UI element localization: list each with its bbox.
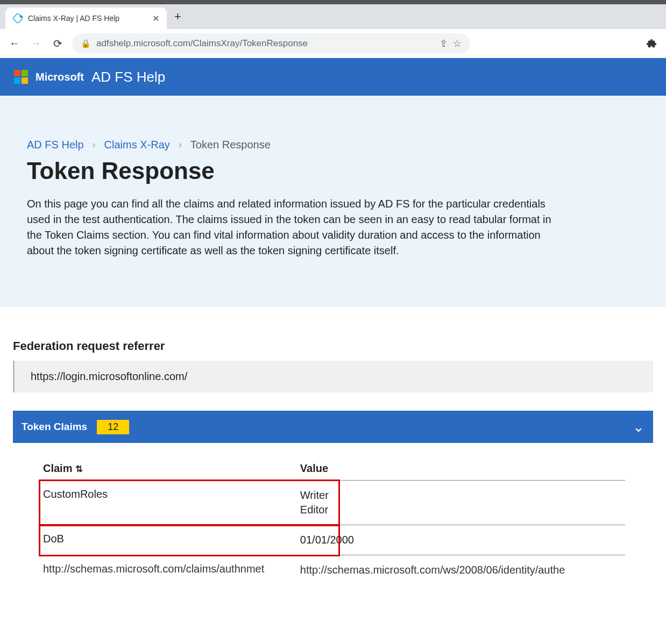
close-tab-icon[interactable]: ✕ — [152, 13, 159, 24]
page-description: On this page you can find all the claims… — [27, 196, 565, 259]
breadcrumb-link-claims-xray[interactable]: Claims X-Ray — [104, 139, 170, 151]
column-header-value[interactable]: Value — [298, 457, 625, 481]
value-cell: 01/01/2000 — [298, 525, 625, 555]
claims-table: Claim⇅ Value CustomRolesWriterEditorDoB0… — [41, 457, 625, 585]
lock-icon: 🔒 — [81, 39, 91, 48]
microsoft-logo-icon — [14, 70, 28, 84]
breadcrumb: AD FS Help › Claims X-Ray › Token Respon… — [27, 139, 639, 151]
table-row: DoB01/01/2000 — [41, 525, 625, 555]
value-cell: http://schemas.microsoft.com/ws/2008/06/… — [298, 555, 625, 585]
chevron-down-icon: ⌄ — [633, 419, 644, 435]
url-text: adfshelp.microsoft.com/ClaimsXray/TokenR… — [96, 38, 308, 49]
claim-cell: CustomRoles — [41, 481, 298, 525]
claim-cell: http://schemas.microsoft.com/claims/auth… — [41, 555, 298, 585]
token-claims-count-badge: 12 — [97, 420, 129, 434]
new-tab-button[interactable]: + — [174, 10, 181, 24]
bookmark-icon[interactable]: ☆ — [453, 38, 462, 49]
site-header: Microsoft AD FS Help — [0, 58, 666, 96]
token-claims-title: Token Claims — [22, 421, 87, 433]
federation-referrer-label: Federation request referrer — [13, 339, 653, 353]
extensions-icon[interactable] — [644, 37, 658, 51]
brand-name: Microsoft — [36, 71, 84, 83]
site-name: AD FS Help — [91, 69, 165, 85]
forward-button: → — [29, 37, 43, 51]
address-bar[interactable]: 🔒 adfshelp.microsoft.com/ClaimsXray/Toke… — [72, 33, 470, 54]
reload-button[interactable]: ⟳ — [51, 37, 65, 51]
breadcrumb-current: Token Response — [190, 139, 271, 151]
tab-title: Claims X-Ray | AD FS Help — [28, 14, 147, 23]
chevron-right-icon: › — [179, 139, 182, 151]
value-cell: WriterEditor — [298, 481, 625, 525]
browser-tab[interactable]: Claims X-Ray | AD FS Help ✕ — [5, 8, 167, 29]
table-row: http://schemas.microsoft.com/claims/auth… — [41, 555, 625, 585]
breadcrumb-link-adfs-help[interactable]: AD FS Help — [27, 139, 84, 151]
favicon-icon — [13, 13, 23, 23]
page-title: Token Response — [27, 158, 639, 184]
back-button[interactable]: ← — [8, 37, 22, 51]
federation-referrer-value: https://login.microsoftonline.com/ — [13, 361, 653, 392]
column-header-claim[interactable]: Claim⇅ — [41, 457, 298, 481]
chevron-right-icon: › — [93, 139, 96, 151]
table-row: CustomRolesWriterEditor — [41, 481, 625, 525]
token-claims-header[interactable]: Token Claims 12 ⌄ — [13, 411, 653, 443]
share-icon[interactable]: ⇪ — [440, 38, 448, 49]
sort-icon: ⇅ — [75, 464, 83, 474]
claim-cell: DoB — [41, 525, 298, 555]
